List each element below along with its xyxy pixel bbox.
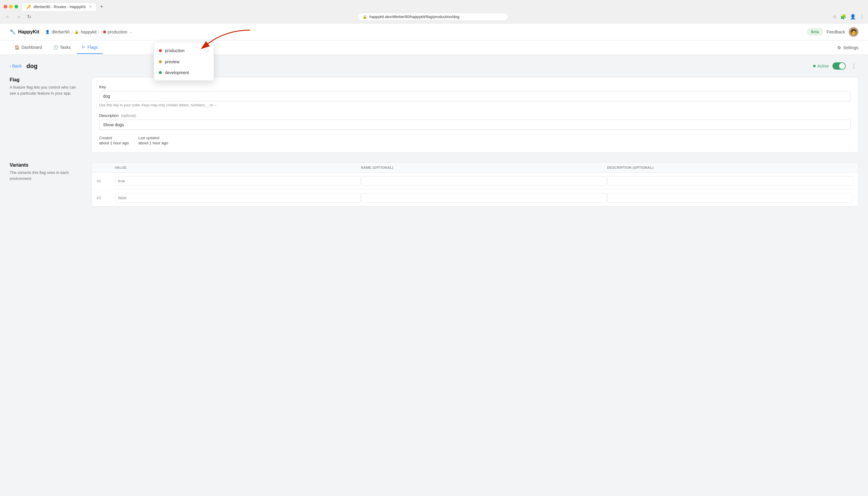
- description-input[interactable]: [99, 120, 851, 130]
- dashboard-icon: 🏠: [14, 45, 20, 50]
- window-maximize-dot[interactable]: [14, 5, 18, 9]
- url-text: happykit.dev/dferber90/happykit/flag/pro…: [370, 14, 459, 19]
- env-option-preview[interactable]: preview: [154, 56, 214, 67]
- table-row: #1: [92, 173, 858, 189]
- env-label-production: production: [165, 48, 184, 53]
- variants-table: VALUE NAME (OPTIONAL) DESCRIPTION (OPTIO…: [92, 162, 858, 207]
- col-header-desc: DESCRIPTION (OPTIONAL): [607, 166, 853, 169]
- variants-section-desc: The variants this flag uses in each envi…: [10, 170, 82, 182]
- app-header: 🔧 HappyKit 👤 dferber90 / 🔒 happykit / pr…: [0, 24, 868, 41]
- variants-section-left: Variants The variants this flag uses in …: [10, 162, 82, 207]
- env-dot-production: [159, 49, 162, 52]
- chevron-down-icon: ⌄: [129, 30, 132, 33]
- info-icon: ⓘ: [205, 48, 209, 53]
- reload-button[interactable]: ↻: [25, 13, 33, 20]
- flag-section-left: Flag A feature flag lets you control who…: [10, 77, 82, 153]
- key-field-group: Key Use this key in your code. Keys may …: [99, 85, 851, 107]
- row-1-num: #1: [97, 179, 115, 183]
- settings-nav[interactable]: ⚙ Settings: [837, 45, 858, 50]
- breadcrumb-project[interactable]: happykit: [81, 30, 96, 34]
- flag-section-title: Flag: [10, 77, 82, 82]
- page-header-row: ‹ Back dog Active ⋮: [10, 62, 858, 70]
- created-date: Created about 1 hour ago: [99, 136, 129, 145]
- status-label: Active: [817, 64, 829, 68]
- back-link[interactable]: ‹ Back: [10, 64, 22, 68]
- table-header: VALUE NAME (OPTIONAL) DESCRIPTION (OPTIO…: [92, 163, 858, 173]
- profile-icon[interactable]: 👤: [850, 14, 856, 19]
- forward-nav-button[interactable]: →: [14, 14, 23, 20]
- logo: 🔧 HappyKit: [10, 29, 39, 35]
- description-label: Description (optional): [99, 113, 851, 118]
- nav-item-flags[interactable]: 🏳 Flags: [77, 41, 103, 54]
- col-header-value: VALUE: [115, 166, 361, 169]
- page-title: dog: [27, 63, 38, 69]
- tab-close-button[interactable]: ✕: [89, 5, 92, 9]
- env-dropdown: production ⓘ preview development: [154, 42, 214, 81]
- description-field-group: Description (optional): [99, 113, 851, 130]
- chevron-left-icon: ‹: [10, 64, 11, 68]
- header-actions: Active ⋮: [813, 62, 858, 70]
- active-toggle[interactable]: [833, 62, 846, 69]
- header-right: Beta Feedback 🧑: [807, 27, 858, 37]
- nav-label-flags: Flags: [88, 45, 98, 50]
- key-input[interactable]: [99, 91, 851, 101]
- status-indicator: Active: [813, 64, 829, 68]
- env-option-development[interactable]: development: [154, 67, 214, 78]
- env-name: production: [108, 30, 127, 34]
- window-close-dot[interactable]: [4, 5, 7, 9]
- row-1-value-input[interactable]: [115, 176, 361, 186]
- row-1-desc-input[interactable]: [607, 176, 853, 186]
- variants-section-title: Variants: [10, 162, 82, 168]
- row-1-name-input[interactable]: [361, 176, 607, 186]
- browser-tab[interactable]: 🔑 dferber90 - Routes - HappyKit ✕: [22, 2, 96, 11]
- variants-section: Variants The variants this flag uses in …: [10, 162, 858, 207]
- breadcrumb-sep2: /: [98, 30, 99, 34]
- env-dot-development: [159, 71, 162, 74]
- nav-label-dashboard: Dashboard: [21, 45, 42, 50]
- nav-item-dashboard[interactable]: 🏠 Dashboard: [10, 41, 47, 54]
- env-option-production[interactable]: production ⓘ: [154, 45, 214, 56]
- back-nav-button[interactable]: ←: [4, 14, 12, 20]
- user-icon: 👤: [45, 30, 50, 34]
- extensions-icon[interactable]: 🧩: [840, 14, 846, 19]
- env-label-preview: preview: [165, 59, 179, 64]
- flags-icon: 🏳: [81, 45, 86, 50]
- lock-icon: 🔒: [362, 15, 367, 19]
- more-options-button[interactable]: ⋮: [849, 62, 858, 70]
- created-value: about 1 hour ago: [99, 141, 129, 145]
- table-row: #2: [92, 189, 858, 206]
- browser-actions: ☆ 🧩 👤 ⋮: [833, 14, 864, 19]
- key-hint: Use this key in your code. Keys may only…: [99, 103, 851, 107]
- environment-selector[interactable]: production ⌄: [101, 29, 134, 35]
- breadcrumb-sep1: /: [72, 30, 73, 34]
- avatar[interactable]: 🧑: [849, 27, 858, 37]
- env-dot-preview: [159, 60, 162, 63]
- row-2-value-input[interactable]: [115, 193, 361, 202]
- flag-section: Flag A feature flag lets you control who…: [10, 77, 858, 153]
- feedback-button[interactable]: Feedback: [827, 30, 845, 34]
- last-updated-date: Last updated about 1 hour ago: [138, 136, 168, 145]
- row-2-name-input[interactable]: [361, 193, 607, 202]
- tasks-icon: 🕐: [53, 45, 58, 50]
- tab-icon: 🔑: [26, 4, 31, 9]
- lock-icon: 🔒: [75, 30, 79, 34]
- row-2-desc-input[interactable]: [607, 193, 853, 202]
- settings-label: Settings: [843, 45, 858, 50]
- breadcrumb-user[interactable]: dferber90: [51, 30, 69, 34]
- address-bar[interactable]: 🔒 happykit.dev/dferber90/happykit/flag/p…: [357, 13, 508, 21]
- bookmark-icon[interactable]: ☆: [833, 14, 837, 19]
- logo-icon: 🔧: [10, 29, 16, 35]
- tab-title: dferber90 - Routes - HappyKit: [33, 4, 86, 9]
- col-header-num: [97, 166, 115, 169]
- flag-section-desc: A feature flag lets you control who can …: [10, 84, 82, 96]
- nav-item-tasks[interactable]: 🕐 Tasks: [48, 41, 76, 54]
- window-minimize-dot[interactable]: [9, 5, 13, 9]
- env-status-dot: [103, 30, 106, 33]
- breadcrumb: 👤 dferber90 / 🔒 happykit / production ⌄: [45, 29, 134, 35]
- menu-icon[interactable]: ⋮: [859, 14, 864, 19]
- browser-chrome: 🔑 dferber90 - Routes - HappyKit ✕ + ← → …: [0, 0, 868, 24]
- app-nav: 🏠 Dashboard 🕐 Tasks 🏳 Flags ⚙ Settings: [0, 41, 868, 55]
- new-tab-button[interactable]: +: [98, 3, 106, 11]
- logo-text: HappyKit: [18, 29, 39, 35]
- toggle-knob: [839, 63, 845, 69]
